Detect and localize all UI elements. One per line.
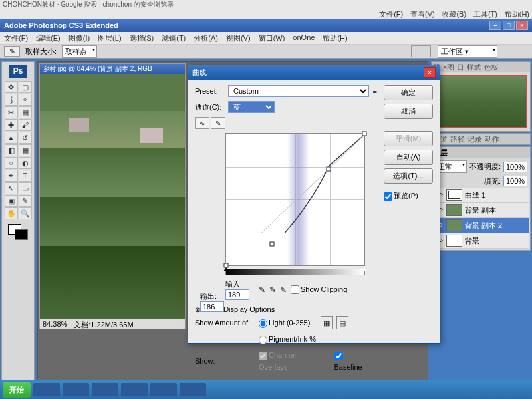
layer-row[interactable]: 👁背景 <box>433 233 529 249</box>
grid-fine-icon[interactable]: ▦ <box>321 316 332 329</box>
bm-file[interactable]: 文件(F) <box>379 10 403 18</box>
light-radio[interactable]: Light (0-255) <box>259 317 310 329</box>
curve-point-tool[interactable]: ∿ <box>195 117 209 129</box>
menu-analysis[interactable]: 分析(A) <box>194 33 218 43</box>
eyedropper-icon[interactable]: ✎ <box>4 46 20 57</box>
curve-graph[interactable] <box>225 133 365 266</box>
curve-point-1[interactable] <box>269 242 274 247</box>
eyedropper-tool[interactable]: ✎ <box>19 195 32 207</box>
background-color[interactable] <box>15 229 28 240</box>
preset-select[interactable]: Custom <box>228 85 369 97</box>
nav-tab-1[interactable]: ×图 <box>443 63 454 72</box>
tab-actions[interactable]: 动作 <box>485 134 499 144</box>
menu-select[interactable]: 选择(S) <box>130 33 154 43</box>
menu-layer[interactable]: 图层(L) <box>98 33 121 43</box>
stamp-tool[interactable]: ▲ <box>5 132 18 144</box>
cancel-button[interactable]: 取消 <box>384 104 433 119</box>
channel-select[interactable]: 蓝 <box>228 101 275 113</box>
zoom-tool[interactable]: 🔍 <box>19 207 32 219</box>
navigator-thumbnail[interactable] <box>434 75 527 128</box>
show-clipping-check[interactable]: Show Clipping <box>291 285 347 295</box>
menu-filter[interactable]: 滤镜(T) <box>162 33 186 43</box>
menu-image[interactable]: 图像(I) <box>68 33 90 43</box>
preset-menu-icon[interactable]: ≡ <box>373 87 377 95</box>
tab-history[interactable]: 记录 <box>467 134 482 144</box>
crop-tool[interactable]: ✂ <box>5 106 18 118</box>
layer-thumbnail[interactable] <box>446 189 462 201</box>
input-gradient[interactable] <box>225 269 365 275</box>
blur-tool[interactable]: ○ <box>5 157 18 169</box>
eraser-tool[interactable]: ◧ <box>5 144 18 156</box>
output-input[interactable] <box>200 301 224 312</box>
channel-overlays-check[interactable]: Channel Overlays <box>259 349 324 373</box>
fill-input[interactable] <box>503 176 527 186</box>
menu-view[interactable]: 视图(V) <box>226 33 251 43</box>
menu-file[interactable]: 文件(F) <box>4 33 28 43</box>
layer-row[interactable]: 👁曲线 1 <box>433 188 529 203</box>
actions-tabs[interactable]: 通道 路径 记录 动作 <box>432 134 530 144</box>
pen-tool[interactable]: ✒ <box>5 170 18 182</box>
color-swatch[interactable] <box>8 224 28 240</box>
layers-tabs[interactable]: 图层 <box>432 147 530 158</box>
workspace-combo[interactable]: 工作区 ▾ <box>438 45 497 58</box>
history-brush-tool[interactable]: ↺ <box>19 132 32 144</box>
type-tool[interactable]: T <box>19 170 32 182</box>
task-item[interactable] <box>121 383 148 396</box>
maximize-button[interactable]: □ <box>503 21 515 30</box>
grid-coarse-icon[interactable]: ▤ <box>336 316 348 329</box>
heal-tool[interactable]: ✚ <box>5 119 18 131</box>
curves-dialog[interactable]: 曲线 × Preset: Custom ≡ 通道(C): 蓝 ∿ ✎ <box>188 65 440 344</box>
document-window[interactable]: 乡村.jpg @ 84.4% (背景 副本 2, RGB 84.38% 文档:1… <box>39 63 186 329</box>
task-item[interactable] <box>150 383 177 396</box>
nav-tab-3[interactable]: 样式 <box>467 63 481 72</box>
nav-tab-4[interactable]: 色板 <box>484 63 499 72</box>
ok-button[interactable]: 确定 <box>384 85 433 100</box>
windows-taskbar[interactable]: 开始 <box>0 380 532 399</box>
wand-tool[interactable]: ✧ <box>19 94 32 106</box>
slice-tool[interactable]: ▤ <box>19 106 32 118</box>
navigator-tabs[interactable]: 器 ×图 目 样式 色板 <box>432 62 530 72</box>
minimize-button[interactable]: – <box>489 21 501 30</box>
curve-point-2[interactable] <box>326 167 331 172</box>
lasso-tool[interactable]: ⟆ <box>5 94 18 106</box>
layer-thumbnail[interactable] <box>446 219 462 231</box>
gradient-tool[interactable]: ▦ <box>19 144 32 156</box>
task-item[interactable] <box>33 383 60 396</box>
layer-row[interactable]: 👁背景 副本 <box>433 203 529 218</box>
sample-size-combo[interactable]: 取样点 <box>62 45 97 58</box>
menu-edit[interactable]: 编辑(E) <box>36 33 61 43</box>
baseline-check[interactable]: Baseline <box>334 349 370 373</box>
zoom-level[interactable]: 84.38% <box>43 320 67 328</box>
gray-eyedropper-icon[interactable]: ✎ <box>269 285 276 295</box>
input-input[interactable] <box>225 289 249 300</box>
document-image[interactable] <box>40 74 185 319</box>
task-item[interactable] <box>92 383 118 396</box>
path-tool[interactable]: ↖ <box>5 182 18 194</box>
task-item[interactable] <box>180 383 206 396</box>
white-eyedropper-icon[interactable]: ✎ <box>280 285 287 295</box>
marquee-tool[interactable]: ▢ <box>19 81 32 93</box>
layer-thumbnail[interactable] <box>446 235 462 247</box>
layer-thumbnail[interactable] <box>446 204 462 216</box>
bm-view[interactable]: 查看(V) <box>410 10 435 18</box>
bm-tool[interactable]: 工具(T) <box>473 10 497 18</box>
bm-fav[interactable]: 收藏(B) <box>442 10 466 18</box>
black-point-slider[interactable] <box>223 267 229 271</box>
nav-tab-2[interactable]: 目 <box>457 63 464 72</box>
start-button[interactable]: 开始 <box>3 382 31 398</box>
hand-tool[interactable]: ✋ <box>5 207 18 219</box>
pigment-radio[interactable]: Pigment/Ink % <box>259 333 316 345</box>
dialog-titlebar[interactable]: 曲线 × <box>188 65 440 80</box>
layer-row[interactable]: 👁背景 副本 2 <box>433 218 529 233</box>
dodge-tool[interactable]: ◐ <box>19 157 32 169</box>
dialog-close-button[interactable]: × <box>424 67 436 78</box>
curve-pencil-tool[interactable]: ✎ <box>211 117 225 129</box>
menu-onone[interactable]: onOne <box>293 33 315 43</box>
brush-tool[interactable]: 🖌 <box>19 119 32 131</box>
black-eyedropper-icon[interactable]: ✎ <box>259 285 265 295</box>
white-point-slider[interactable] <box>362 267 367 271</box>
menu-window[interactable]: 窗口(W) <box>259 33 285 43</box>
curve-point-3[interactable] <box>362 132 367 136</box>
menu-help[interactable]: 帮助(H) <box>323 33 347 43</box>
close-button[interactable]: × <box>516 21 528 30</box>
